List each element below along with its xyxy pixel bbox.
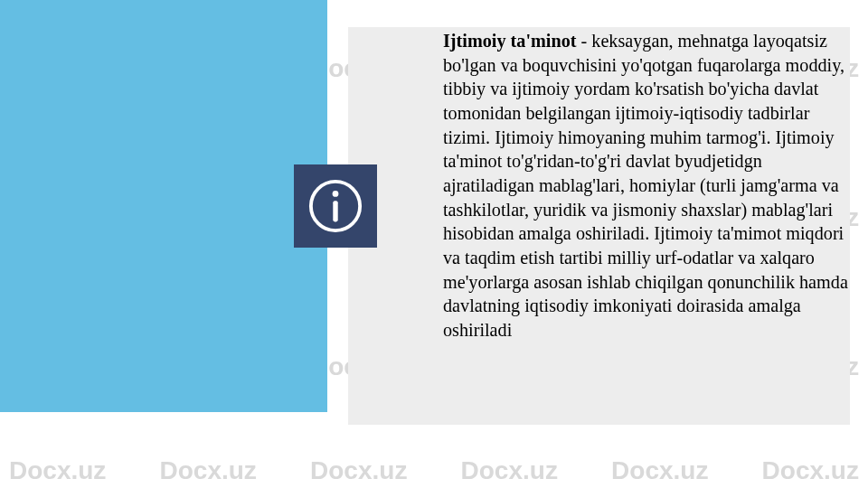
watermark-text: Docx.uz (611, 456, 708, 485)
content-heading: Ijtimoiy ta'minot (443, 31, 576, 51)
info-icon (307, 178, 363, 234)
watermark-text: Docx.uz (310, 456, 407, 485)
watermark-text: Docx.uz (9, 456, 106, 485)
content-paragraph: - keksaygan, mehnatga layoqatsiz bo'lgan… (443, 31, 848, 340)
body-text: Ijtimoiy ta'minot - keksaygan, mehnatga … (443, 29, 854, 343)
watermark-text: Docx.uz (461, 456, 558, 485)
svg-point-1 (333, 191, 339, 197)
info-tile (294, 164, 377, 248)
watermark-text: Docx.uz (762, 456, 859, 485)
svg-rect-2 (333, 201, 337, 221)
watermark-text: Docx.uz (160, 456, 257, 485)
decorative-blue-block (0, 0, 327, 412)
